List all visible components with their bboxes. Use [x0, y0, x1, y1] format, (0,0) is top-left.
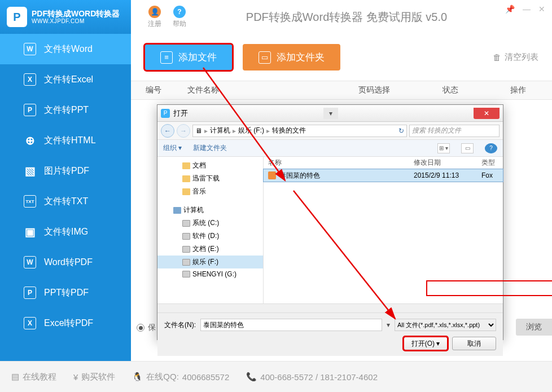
tree-item[interactable]: 系统 (C:): [157, 217, 263, 230]
file-type: Fox: [481, 171, 503, 179]
minimize-icon[interactable]: —: [523, 5, 531, 14]
sidebar-label: 文件转Word: [44, 43, 93, 55]
dialog-title-text: 打开: [173, 108, 188, 118]
sidebar-item-9[interactable]: XExcel转PDF: [0, 308, 131, 338]
tree-label: 迅雷下载: [192, 174, 220, 183]
bc-computer[interactable]: 计算机: [210, 126, 230, 135]
dialog-icon: P: [161, 109, 170, 118]
tutorial-link[interactable]: ▤ 在线教程: [11, 372, 56, 382]
file-filter-select[interactable]: All 文件(*.pdf,*.xls,*.xlsx,*.ppt): [395, 319, 496, 331]
col-pages: 页码选择: [332, 85, 417, 95]
save-radio[interactable]: [137, 324, 144, 332]
nav-back-button[interactable]: ←: [161, 124, 174, 138]
sidebar-item-3[interactable]: ⊕文件转HTML: [0, 125, 131, 156]
preview-pane-button[interactable]: ▭: [461, 143, 474, 153]
new-folder-button[interactable]: 新建文件夹: [193, 143, 227, 153]
add-file-label: 添加文件: [178, 51, 217, 64]
tree-label: 音乐: [192, 187, 206, 196]
organize-menu[interactable]: 组织 ▾: [163, 143, 182, 153]
tree-item[interactable]: 软件 (D:): [157, 230, 263, 243]
col-filename[interactable]: 名称: [268, 158, 414, 168]
qq-icon: 🐧: [132, 372, 143, 382]
tree-item[interactable]: 文档: [157, 159, 263, 172]
toolbar: ≡ 添加文件 ▭ 添加文件夹 🗑 清空列表: [131, 34, 552, 81]
tree-label: 娱乐 (F:): [192, 257, 218, 267]
qq-contact[interactable]: 🐧 在线QQ:4006685572: [132, 372, 229, 382]
dialog-close-button[interactable]: ✕: [474, 108, 500, 119]
sidebar-label: 文件转TXT: [44, 196, 88, 208]
col-type[interactable]: 类型: [481, 158, 503, 168]
buy-link[interactable]: ¥ 购买软件: [73, 372, 115, 382]
file-name: 泰国菜的特色: [279, 171, 414, 180]
dialog-minimize-icon[interactable]: ▾: [323, 108, 338, 119]
filename-row: 文件名(N): ▾ All 文件(*.pdf,*.xls,*.xlsx,*.pp…: [164, 319, 496, 331]
add-file-button[interactable]: ≡ 添加文件: [144, 44, 233, 71]
save-label: 保: [148, 323, 156, 333]
file-list: 名称 修改日期 类型 泰国菜的特色2015/2/9 11:13Fox: [264, 157, 503, 303]
tree-item[interactable]: 音乐: [157, 185, 263, 198]
dialog-titlebar[interactable]: P 打开 ▾ ✕: [157, 105, 503, 122]
add-folder-button[interactable]: ▭ 添加文件夹: [243, 44, 340, 71]
breadcrumb[interactable]: 🖥 ▸ 计算机 ▸ 娱乐 (F:) ▸ 转换的文件 ↻: [192, 125, 407, 137]
pin-icon[interactable]: 📌: [505, 5, 515, 14]
sidebar-item-0[interactable]: W文件转Word: [0, 34, 131, 64]
sidebar-item-8[interactable]: PPPT转PDF: [0, 278, 131, 308]
sidebar-item-7[interactable]: WWord转PDF: [0, 247, 131, 278]
filename-label: 文件名(N):: [164, 320, 196, 330]
drive-icon: [182, 246, 190, 253]
folder-icon: [182, 162, 190, 169]
tree-item[interactable]: SHENGYI (G:): [157, 268, 263, 280]
open-button[interactable]: 打开(O) ▾: [404, 337, 448, 350]
tree-label: 文档: [192, 161, 206, 170]
help-button[interactable]: ? 帮助: [173, 6, 186, 29]
tutorial-icon: ▤: [11, 372, 19, 382]
dialog-buttons: 打开(O) ▾ 取消: [164, 337, 496, 350]
tree-label: 文档 (E:): [192, 244, 219, 254]
view-mode-button[interactable]: ⊞ ▾: [437, 143, 450, 153]
sidebar-label: PPT转PDF: [44, 287, 89, 299]
col-date[interactable]: 修改日期: [414, 158, 481, 168]
sidebar-item-5[interactable]: TXT文件转TXT: [0, 186, 131, 217]
cancel-button[interactable]: 取消: [452, 337, 496, 350]
sidebar-item-2[interactable]: P文件转PPT: [0, 95, 131, 125]
tree-label: 计算机: [183, 205, 204, 215]
sidebar-item-6[interactable]: ▣文件转IMG: [0, 217, 131, 247]
sidebar-icon: P: [24, 104, 36, 116]
search-placeholder: 搜索 转换的文件: [412, 126, 461, 135]
file-icon: ≡: [160, 51, 173, 64]
sidebar-label: 文件转PPT: [44, 104, 89, 116]
footer: ▤ 在线教程 ¥ 购买软件 🐧 在线QQ:4006685572 📞 400-66…: [0, 361, 552, 392]
register-button[interactable]: 👤 注册: [148, 6, 161, 29]
tree-item[interactable]: 娱乐 (F:): [157, 256, 263, 268]
logo-text: PDF转换成WORD转换器 WWW.XJPDF.COM: [32, 10, 120, 24]
logo-icon: P: [7, 7, 27, 27]
sidebar-item-4[interactable]: ▧图片转PDF: [0, 156, 131, 186]
tree-item[interactable]: 文档 (E:): [157, 243, 263, 256]
search-input[interactable]: 搜索 转换的文件: [409, 125, 500, 137]
save-option-row: 保: [137, 323, 156, 333]
browse-button[interactable]: 浏览: [516, 319, 552, 336]
clear-list-button[interactable]: 🗑 清空列表: [493, 52, 538, 63]
sidebar-icon: P: [24, 287, 36, 299]
logo-subtitle: WWW.XJPDF.COM: [32, 18, 120, 24]
nav-forward-button[interactable]: →: [177, 124, 190, 138]
folder-tree: 文档迅雷下载音乐计算机系统 (C:)软件 (D:)文档 (E:)娱乐 (F:)S…: [157, 157, 264, 303]
user-icon: 👤: [148, 6, 161, 18]
folder-icon: [182, 188, 190, 195]
help-icon[interactable]: ?: [485, 143, 497, 153]
bc-drive[interactable]: 娱乐 (F:): [238, 126, 264, 135]
refresh-icon[interactable]: ↻: [398, 127, 404, 135]
bc-folder[interactable]: 转换的文件: [272, 126, 306, 135]
col-name: 文件名称: [176, 85, 332, 95]
sidebar-icon: ▣: [24, 226, 36, 238]
tree-item[interactable]: 计算机: [157, 204, 263, 217]
tree-item[interactable]: 迅雷下载: [157, 172, 263, 185]
filename-input[interactable]: [200, 319, 382, 331]
logo-title: PDF转换成WORD转换器: [32, 9, 120, 18]
horizontal-scrollbar[interactable]: [157, 303, 503, 312]
close-icon[interactable]: ✕: [538, 5, 545, 14]
tree-label: 系统 (C:): [192, 218, 219, 228]
sidebar-item-1[interactable]: X文件转Excel: [0, 64, 131, 95]
file-row[interactable]: 泰国菜的特色2015/2/9 11:13Fox: [264, 169, 503, 182]
file-icon: [268, 171, 276, 179]
